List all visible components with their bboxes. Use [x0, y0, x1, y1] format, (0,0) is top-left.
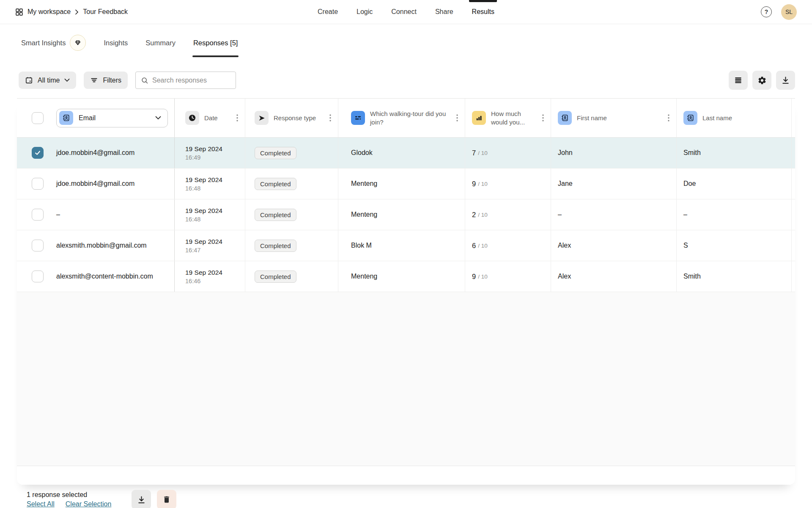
chevron-right-icon	[75, 9, 79, 15]
rating-value: 7	[472, 149, 476, 157]
email-value: alexsmith.mobbin@gmail.com	[56, 242, 147, 249]
column-menu-icon[interactable]	[668, 114, 669, 121]
header-date-column: Date	[175, 99, 245, 137]
nav-right-group: ? SL	[761, 4, 797, 20]
download-selected-button[interactable]	[132, 490, 151, 508]
table-view-button[interactable]	[729, 71, 748, 90]
tour-value: Blok M	[351, 242, 372, 249]
status-badge: Completed	[255, 271, 296, 283]
results-tabs: Smart Insights Insights Summary Response…	[0, 24, 812, 61]
cell-date: 19 Sep 2024 16:49	[175, 138, 245, 168]
header-email-column: Email	[17, 99, 175, 137]
column-menu-icon[interactable]	[456, 114, 458, 121]
table-row[interactable]: alexsmith@content-mobbin.com 19 Sep 2024…	[17, 261, 795, 292]
tab-insights[interactable]: Insights	[104, 39, 128, 47]
settings-button[interactable]	[752, 71, 771, 90]
search-input[interactable]	[152, 77, 230, 84]
cell-last-name: S	[677, 230, 792, 261]
row-spacer	[792, 199, 795, 230]
cell-email: jdoe.mobbin4@gmail.com	[17, 168, 175, 199]
delete-selected-button[interactable]	[157, 490, 176, 508]
breadcrumb-workspace[interactable]: My workspace	[27, 8, 71, 16]
nav-create[interactable]: Create	[318, 0, 338, 24]
cell-date: 19 Sep 2024 16:48	[175, 168, 245, 199]
gear-icon	[757, 76, 767, 85]
multiple-choice-icon	[351, 111, 365, 125]
date-value: 19 Sep 2024	[185, 145, 222, 153]
filters-button[interactable]: Filters	[84, 72, 128, 89]
nav-logic[interactable]: Logic	[357, 0, 373, 24]
first-name-value: John	[558, 149, 573, 157]
time-value: 16:47	[185, 247, 222, 254]
first-name-value: Alex	[558, 242, 571, 249]
table-row[interactable]: jdoe.mobbin4@gmail.com 19 Sep 2024 16:49…	[17, 138, 795, 168]
selected-count-text: 1 response selected	[27, 491, 111, 499]
row-spacer	[792, 261, 795, 292]
row-checkbox[interactable]	[32, 178, 44, 190]
row-checkbox[interactable]	[32, 147, 44, 159]
chevron-down-icon	[64, 78, 70, 82]
top-navigation: My workspace Tour Feedback Create Logic …	[0, 0, 812, 24]
nav-connect[interactable]: Connect	[391, 0, 417, 24]
rating-max: / 10	[478, 273, 488, 280]
download-icon	[137, 495, 146, 504]
column-menu-icon[interactable]	[329, 114, 331, 121]
row-checkbox[interactable]	[32, 271, 44, 282]
rating-value: 9	[472, 273, 476, 281]
row-checkbox[interactable]	[32, 240, 44, 251]
email-column-selector[interactable]: Email	[56, 109, 168, 127]
email-value: –	[56, 211, 60, 218]
clear-selection-link[interactable]: Clear Selection	[66, 500, 112, 508]
selection-footer: 1 response selected Select All Clear Sel…	[27, 490, 812, 508]
email-value: jdoe.mobbin4@gmail.com	[56, 149, 134, 157]
horizontal-scrollbar[interactable]	[17, 466, 795, 485]
rows-icon	[734, 76, 743, 85]
status-badge: Completed	[255, 209, 296, 221]
cell-date: 19 Sep 2024 16:48	[175, 199, 245, 230]
cell-rating: 9 / 10	[465, 168, 551, 199]
workspace-grid-icon[interactable]	[15, 8, 23, 16]
cell-last-name: Smith	[677, 261, 792, 292]
nav-results[interactable]: Results	[472, 0, 494, 24]
date-value: 19 Sep 2024	[185, 207, 222, 215]
table-row[interactable]: alexsmith.mobbin@gmail.com 19 Sep 2024 1…	[17, 230, 795, 261]
row-checkbox[interactable]	[32, 209, 44, 221]
avatar[interactable]: SL	[781, 4, 797, 20]
status-badge: Completed	[255, 240, 296, 252]
cell-first-name: John	[551, 138, 677, 168]
tab-responses[interactable]: Responses [5]	[193, 39, 238, 47]
select-all-checkbox[interactable]	[32, 112, 44, 124]
cell-first-name: Alex	[551, 230, 677, 261]
tour-value: Menteng	[351, 211, 377, 218]
rating-max: / 10	[478, 150, 488, 156]
date-filter-button[interactable]: All time	[19, 72, 76, 89]
tour-value: Glodok	[351, 149, 373, 157]
calendar-icon	[25, 76, 33, 84]
cell-email: –	[17, 199, 175, 230]
header-first-name-column: First name	[551, 99, 677, 137]
clock-icon	[185, 111, 199, 125]
help-icon[interactable]: ?	[761, 6, 772, 17]
tour-value: Menteng	[351, 273, 377, 280]
table-row[interactable]: – 19 Sep 2024 16:48 Completed Menteng 2 …	[17, 199, 795, 230]
first-name-value: –	[558, 211, 562, 218]
column-menu-icon[interactable]	[236, 114, 238, 121]
table-row[interactable]: jdoe.mobbin4@gmail.com 19 Sep 2024 16:48…	[17, 168, 795, 199]
cell-response-type: Completed	[245, 261, 338, 292]
cell-tour: Menteng	[338, 199, 465, 230]
tab-summary[interactable]: Summary	[145, 39, 176, 47]
time-value: 16:49	[185, 154, 222, 161]
nav-share[interactable]: Share	[435, 0, 453, 24]
last-name-value: S	[683, 242, 688, 249]
cell-tour: Glodok	[338, 138, 465, 168]
header-response-type-column: Response type	[245, 99, 338, 137]
search-box	[135, 72, 236, 89]
column-menu-icon[interactable]	[542, 114, 544, 121]
select-all-link[interactable]: Select All	[27, 500, 55, 508]
cell-last-name: Smith	[677, 138, 792, 168]
cell-first-name: Alex	[551, 261, 677, 292]
last-name-value: Smith	[683, 273, 701, 280]
download-button[interactable]	[776, 71, 795, 90]
row-spacer	[792, 168, 795, 199]
tab-smart-insights[interactable]: Smart Insights	[21, 35, 86, 51]
